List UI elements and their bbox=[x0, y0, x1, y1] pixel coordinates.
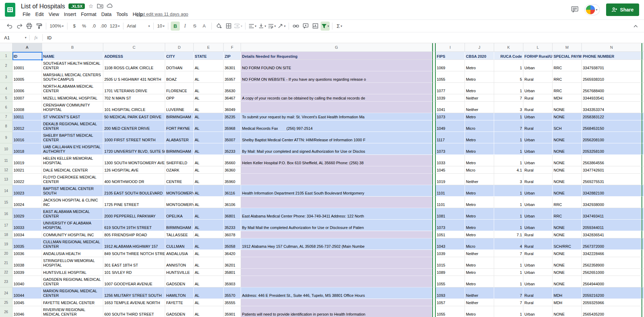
partial-column-cell[interactable] bbox=[642, 306, 644, 317]
cell-ruca-row13[interactable]: 3 bbox=[494, 174, 523, 185]
row-header-18[interactable]: 18 bbox=[0, 231, 13, 238]
partial-column-cell[interactable] bbox=[642, 166, 644, 174]
cell-state-row13[interactable]: AL bbox=[194, 174, 224, 185]
row-header-16[interactable]: 16 bbox=[0, 208, 13, 220]
cell-fips-row20[interactable]: 1039 bbox=[436, 250, 465, 257]
row-header-1[interactable]: 1 bbox=[0, 52, 13, 60]
header-cell-cbsa[interactable]: CBSA 2020 bbox=[465, 52, 494, 60]
text-rotation-icon[interactable]: ▾ bbox=[277, 22, 286, 31]
column-header-c[interactable]: C bbox=[103, 43, 165, 52]
cell-city-row26[interactable]: GADSDEN bbox=[165, 306, 194, 317]
cell-ruca-row17[interactable]: 1 bbox=[494, 220, 523, 231]
cell-details-row2[interactable]: NO FORM FOUND ON SITE bbox=[241, 60, 432, 71]
font-family-select[interactable]: Arial▾ bbox=[126, 22, 151, 31]
cell-ruca-row2[interactable]: 1 bbox=[494, 60, 523, 71]
column-header-partial[interactable] bbox=[642, 43, 644, 52]
cell-ruca-row9[interactable]: 1 bbox=[494, 132, 523, 143]
cell-special-row9[interactable]: NONE bbox=[553, 132, 582, 143]
cell-state-row11[interactable]: AL bbox=[194, 155, 224, 166]
cell-city-row9[interactable]: ALABASTER bbox=[165, 132, 194, 143]
cell-special-row7[interactable]: NONE bbox=[553, 113, 582, 120]
cell-details-row16[interactable]: East Alabama Medical Center Phone: 334-7… bbox=[241, 208, 432, 220]
cell-phone-row17[interactable]: 2059344011 bbox=[582, 220, 642, 231]
cell-id-row18[interactable]: 10034 bbox=[13, 231, 42, 238]
cell-name-row10[interactable]: UAB CALLAHAN EYE HOSPITAL AUTHORITY bbox=[42, 143, 103, 155]
move-folder-icon[interactable] bbox=[97, 3, 103, 9]
column-header-b[interactable]: B bbox=[42, 43, 103, 52]
row-header-23[interactable]: 23 bbox=[0, 276, 13, 287]
cell-id-row7[interactable]: 10011 bbox=[13, 113, 42, 120]
cell-state-row15[interactable]: AL bbox=[194, 197, 224, 208]
cell-city-row18[interactable]: TALLASSEE bbox=[165, 231, 194, 238]
partial-column-cell[interactable] bbox=[642, 250, 644, 257]
cell-ruca-row19[interactable]: 4 bbox=[494, 238, 523, 250]
cell-zip-row11[interactable]: 35660 bbox=[224, 155, 241, 166]
cell-name-row13[interactable]: FLOYD CHEROKEE MEDICAL CENTER bbox=[42, 174, 103, 185]
partial-column-cell[interactable] bbox=[642, 276, 644, 287]
cell-zip-row3[interactable]: 35957 bbox=[224, 71, 241, 83]
cell-name-row11[interactable]: HELEN KELLER MEMORIAL HOSPITAL bbox=[42, 155, 103, 166]
cell-phone-row11[interactable]: 2563864556 bbox=[582, 155, 642, 166]
cell-id-row4[interactable]: 10006 bbox=[13, 83, 42, 94]
cell-fips-row18[interactable]: 1051 bbox=[436, 231, 465, 238]
cell-city-row11[interactable]: SHEFFIELD bbox=[165, 155, 194, 166]
cell-zip-row20[interactable]: 36420 bbox=[224, 250, 241, 257]
cell-id-row20[interactable]: 10036 bbox=[13, 250, 42, 257]
italic-button[interactable]: I bbox=[180, 22, 190, 31]
cloud-status-icon[interactable] bbox=[107, 3, 113, 9]
cell-cbsa-row23[interactable]: Metro bbox=[465, 276, 494, 287]
cell-state-row7[interactable]: AL bbox=[194, 113, 224, 120]
column-header-d[interactable]: D bbox=[165, 43, 194, 52]
cell-state-row17[interactable]: AL bbox=[194, 220, 224, 231]
cell-forhp-row23[interactable]: Urban bbox=[523, 276, 553, 287]
cell-id-row15[interactable]: 10024 bbox=[13, 197, 42, 208]
cell-address-row24[interactable]: 1256 MILITARY STREET SOUTH bbox=[103, 287, 165, 299]
cell-city-row23[interactable]: GADSDEN bbox=[165, 276, 194, 287]
header-cell-phone[interactable]: PHONE NUMBER bbox=[582, 52, 642, 60]
cell-special-row4[interactable]: RRC bbox=[553, 83, 582, 94]
cell-id-row9[interactable]: 10016 bbox=[13, 132, 42, 143]
cell-address-row15[interactable]: 1725 PINE STREET bbox=[103, 197, 165, 208]
row-header-12[interactable]: 12 bbox=[0, 166, 13, 174]
column-header-k[interactable]: K bbox=[494, 43, 523, 52]
cell-forhp-row25[interactable]: Rural bbox=[523, 299, 553, 306]
functions-button[interactable]: Σ▾ bbox=[335, 22, 344, 31]
fill-color-icon[interactable] bbox=[214, 22, 223, 31]
partial-column-cell[interactable] bbox=[642, 83, 644, 94]
cell-name-row16[interactable]: EAST ALABAMA MEDICAL CENTER bbox=[42, 208, 103, 220]
cell-id-row8[interactable]: 10012 bbox=[13, 120, 42, 132]
cell-address-row22[interactable]: 101 SIVLEY RD bbox=[103, 269, 165, 276]
cell-phone-row20[interactable]: 3342228466 bbox=[582, 250, 642, 257]
cell-special-row15[interactable]: RRC bbox=[553, 197, 582, 208]
header-cell-city[interactable]: CITY bbox=[165, 52, 194, 60]
cell-fips-row7[interactable]: 1073 bbox=[436, 113, 465, 120]
cell-forhp-row7[interactable]: Urban bbox=[523, 113, 553, 120]
cell-forhp-row10[interactable]: Urban bbox=[523, 143, 553, 155]
cell-forhp-row20[interactable]: Rural bbox=[523, 250, 553, 257]
cell-id-row26[interactable]: 10046 bbox=[13, 306, 42, 317]
last-edit-link[interactable]: Last edit was 11 days ago bbox=[136, 11, 188, 17]
cell-city-row6[interactable]: LUVERNE bbox=[165, 102, 194, 113]
cell-state-row24[interactable]: AL bbox=[194, 287, 224, 299]
cell-forhp-row16[interactable]: Urban bbox=[523, 208, 553, 220]
cell-state-row14[interactable]: AL bbox=[194, 185, 224, 197]
header-cell-id[interactable]: ID bbox=[13, 52, 42, 60]
cell-cbsa-row21[interactable]: Metro bbox=[465, 257, 494, 269]
cell-forhp-row9[interactable]: Urban bbox=[523, 132, 553, 143]
cell-state-row8[interactable]: AL bbox=[194, 120, 224, 132]
cell-name-row2[interactable]: SOUTHEAST HEALTH MEDICAL CENTER bbox=[42, 60, 103, 71]
cell-details-row22[interactable] bbox=[241, 269, 432, 276]
header-cell-special[interactable]: SPECIAL PAYM bbox=[553, 52, 582, 60]
cell-city-row24[interactable]: HAMILTON bbox=[165, 287, 194, 299]
cell-ruca-row16[interactable]: 1 bbox=[494, 208, 523, 220]
cell-ruca-row5[interactable]: 7 bbox=[494, 94, 523, 102]
cell-forhp-row3[interactable]: Rural bbox=[523, 71, 553, 83]
cell-special-row10[interactable]: NONE bbox=[553, 143, 582, 155]
cell-details-row15[interactable] bbox=[241, 197, 432, 208]
cell-id-row14[interactable]: 10023 bbox=[13, 185, 42, 197]
column-header-g[interactable]: G bbox=[241, 43, 432, 52]
name-box[interactable]: A1 ▾ bbox=[0, 35, 29, 40]
filter-icon[interactable]: ▾ bbox=[321, 22, 330, 31]
cell-zip-row15[interactable]: 36106 bbox=[224, 197, 241, 208]
cell-address-row26[interactable]: 600 SOUTH THIRD STREET bbox=[103, 306, 165, 317]
